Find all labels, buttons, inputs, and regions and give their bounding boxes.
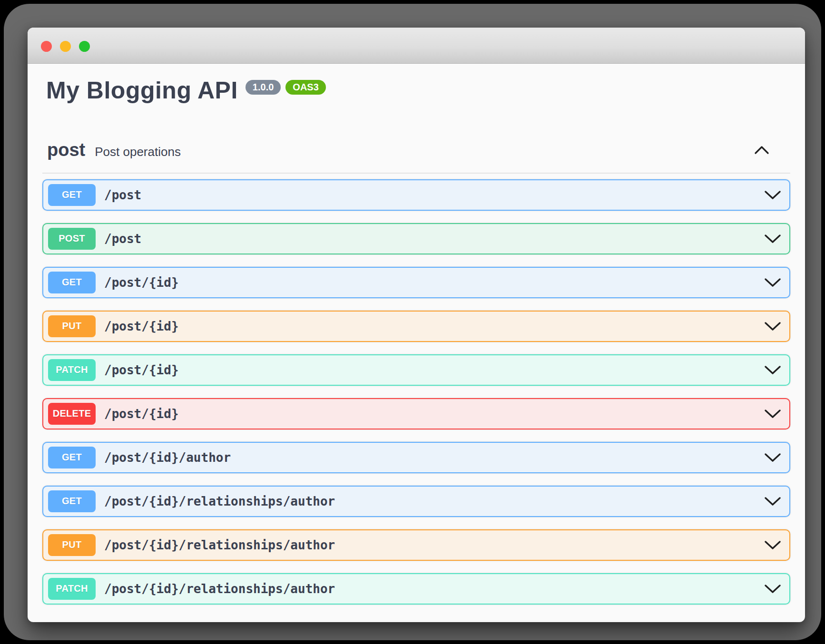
chevron-down-icon	[765, 234, 781, 244]
operations-list: GET /post POST /post GET /post/{id} PUT …	[42, 179, 790, 605]
method-badge: POST	[48, 228, 96, 250]
method-badge: PUT	[48, 534, 96, 556]
method-badge: PATCH	[48, 359, 96, 381]
method-badge: GET	[48, 272, 96, 293]
close-button[interactable]	[41, 41, 52, 52]
method-badge: GET	[48, 447, 96, 468]
operation-row[interactable]: DELETE /post/{id}	[42, 398, 790, 429]
operation-path: /post/{id}/author	[104, 450, 231, 465]
app-window: My Blogging API 1.0.0 OAS3 post Post ope…	[28, 28, 805, 622]
operation-row[interactable]: GET /post/{id}/author	[42, 442, 790, 473]
expand-operation-button[interactable]	[765, 234, 781, 244]
operation-row[interactable]: GET /post/{id}/relationships/author	[42, 486, 790, 517]
expand-operation-button[interactable]	[765, 278, 781, 287]
operation-path: /post/{id}	[104, 275, 179, 290]
expand-operation-button[interactable]	[765, 322, 781, 331]
zoom-button[interactable]	[79, 41, 90, 52]
operation-path: /post	[104, 188, 141, 202]
chevron-down-icon	[765, 584, 781, 594]
expand-operation-button[interactable]	[765, 540, 781, 550]
operation-row[interactable]: PUT /post/{id}	[42, 311, 790, 342]
operation-row[interactable]: POST /post	[42, 223, 790, 254]
minimize-button[interactable]	[60, 41, 71, 52]
tag-description: Post operations	[95, 145, 181, 159]
window-titlebar	[28, 28, 805, 64]
method-badge: GET	[48, 490, 96, 512]
operation-row[interactable]: GET /post	[42, 179, 790, 211]
operation-row[interactable]: PUT /post/{id}/relationships/author	[42, 529, 790, 561]
operation-path: /post/{id}	[104, 363, 179, 377]
chevron-down-icon	[765, 322, 781, 331]
operation-row[interactable]: PATCH /post/{id}/relationships/author	[42, 573, 790, 605]
method-badge: PUT	[48, 315, 96, 337]
operation-row[interactable]: PATCH /post/{id}	[42, 354, 790, 386]
screenshot-frame: My Blogging API 1.0.0 OAS3 post Post ope…	[4, 4, 821, 640]
expand-operation-button[interactable]	[765, 190, 781, 200]
expand-operation-button[interactable]	[765, 409, 781, 419]
operation-path: /post/{id}	[104, 319, 179, 333]
method-badge: GET	[48, 184, 96, 206]
collapse-section-button[interactable]	[755, 146, 769, 154]
api-info-header: My Blogging API 1.0.0 OAS3	[42, 77, 790, 105]
chevron-down-icon	[765, 278, 781, 287]
chevron-down-icon	[765, 497, 781, 506]
chevron-down-icon	[765, 365, 781, 375]
section-divider	[42, 173, 790, 174]
chevron-down-icon	[765, 409, 781, 419]
chevron-down-icon	[765, 190, 781, 200]
tag-section-header[interactable]: post Post operations	[42, 140, 790, 160]
version-badge: 1.0.0	[246, 80, 281, 95]
expand-operation-button[interactable]	[765, 365, 781, 375]
method-badge: PATCH	[48, 578, 96, 600]
chevron-down-icon	[765, 540, 781, 550]
chevron-up-icon	[755, 146, 769, 154]
traffic-lights	[41, 41, 90, 52]
page-content: My Blogging API 1.0.0 OAS3 post Post ope…	[28, 77, 805, 605]
operation-path: /post/{id}/relationships/author	[104, 582, 335, 596]
operation-row[interactable]: GET /post/{id}	[42, 267, 790, 298]
expand-operation-button[interactable]	[765, 584, 781, 594]
tag-name: post	[47, 140, 85, 160]
operation-path: /post/{id}	[104, 407, 179, 421]
chevron-down-icon	[765, 453, 781, 462]
oas-badge: OAS3	[285, 80, 325, 95]
page-title: My Blogging API	[46, 77, 238, 105]
operation-path: /post	[104, 232, 141, 246]
operation-path: /post/{id}/relationships/author	[104, 494, 335, 508]
operation-path: /post/{id}/relationships/author	[104, 538, 335, 552]
expand-operation-button[interactable]	[765, 453, 781, 462]
expand-operation-button[interactable]	[765, 497, 781, 506]
method-badge: DELETE	[48, 403, 96, 425]
